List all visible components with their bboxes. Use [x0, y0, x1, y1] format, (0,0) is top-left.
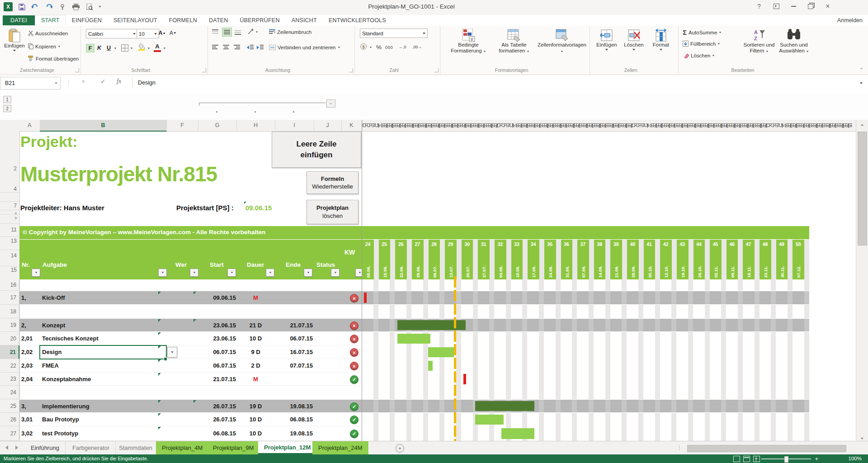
ribbon-tab-formeln[interactable]: FORMELN — [163, 15, 203, 25]
cell-dauer[interactable]: 10 D — [236, 332, 275, 345]
touch-mode-icon[interactable] — [58, 2, 67, 11]
cell-start[interactable]: 06.07.15 — [198, 345, 236, 359]
restore-formulas-button[interactable]: FormelnWiederherstelle — [307, 171, 359, 194]
borders-button[interactable] — [121, 44, 128, 52]
zoom-slider-thumb[interactable] — [784, 456, 788, 463]
row-left-cells[interactable] — [19, 386, 362, 399]
tabs-splitter[interactable]: ⋮ — [677, 444, 682, 451]
gantt-row[interactable] — [362, 332, 809, 345]
row-left-cells[interactable]: 2,01Tecnisches Konzept23.06.1510 D06.07.… — [19, 332, 362, 345]
header-start[interactable]: Start — [210, 261, 224, 268]
header-dauer[interactable]: Dauer — [247, 261, 264, 268]
fill-color-dropdown-icon[interactable] — [148, 47, 150, 49]
sheet-tab-projektplan_24m[interactable]: Projektplan_24M — [312, 441, 369, 454]
cell-start[interactable]: 06.07.15 — [198, 359, 236, 372]
ribbon-tab-überprüfen[interactable]: ÜBERPRÜFEN — [234, 15, 286, 25]
cell-start[interactable]: 23.06.15 — [198, 319, 236, 331]
redo-icon[interactable] — [44, 2, 53, 11]
row-header-16[interactable]: 16 — [0, 279, 19, 291]
align-center-button[interactable] — [223, 45, 229, 50]
qat-customize-icon[interactable] — [99, 6, 101, 8]
find-select-button[interactable]: Suchen undAuswählen — [777, 28, 811, 54]
row-header-19[interactable]: 19 — [0, 318, 19, 332]
sheet-tab-einführung[interactable]: Einführung — [25, 441, 66, 454]
cell-aufgabe[interactable]: test Prototyp — [42, 426, 78, 440]
kw-week-column-33[interactable]: 3310.08. — [511, 240, 528, 279]
gantt-row[interactable] — [362, 359, 809, 373]
ribbon-tab-einfügen[interactable]: EINFÜGEN — [66, 15, 108, 25]
sheet-tab-projektplan_4m[interactable]: Projektplan_4M — [156, 441, 209, 454]
row-header-18[interactable]: 18 — [0, 305, 19, 318]
cell-ende[interactable]: 07.07.15 — [275, 359, 313, 372]
format-cells-button[interactable]: Format — [648, 28, 674, 51]
print-preview-icon[interactable] — [85, 2, 94, 11]
increase-indent-button[interactable] — [256, 45, 264, 50]
kw-week-column-40[interactable]: 4028.09. — [627, 240, 644, 279]
name-box-dropdown-icon[interactable] — [55, 82, 57, 84]
ribbon-tab-datei[interactable]: DATEI — [3, 15, 35, 25]
align-middle-button[interactable] — [222, 28, 232, 37]
cell-dauer[interactable]: M — [236, 373, 275, 385]
row-header-23[interactable]: 23 — [0, 373, 19, 386]
row-header-11[interactable]: 11 — [11, 227, 17, 233]
undo-icon[interactable] — [31, 2, 40, 11]
column-header-F[interactable]: F — [166, 120, 198, 131]
cell-start[interactable]: 21.07.15 — [198, 373, 236, 385]
kw-week-column-45[interactable]: 4502.11. — [710, 240, 726, 279]
outline-level-1-button[interactable]: 1 — [3, 96, 11, 103]
cell-styles-button[interactable]: Zellenformatvorlagen — [537, 28, 587, 54]
row-header-13[interactable]: 13 — [11, 238, 17, 244]
shrink-font-button[interactable]: A▼ — [169, 29, 177, 37]
font-dialog-launcher-icon[interactable] — [202, 68, 206, 72]
ribbon-tab-start[interactable]: START — [35, 15, 66, 25]
row-left-cells[interactable] — [19, 305, 362, 318]
row-header-14[interactable]: 14 — [11, 252, 17, 259]
ribbon-tab-daten[interactable]: DATEN — [203, 15, 234, 25]
row-header-27[interactable]: 27 — [0, 426, 19, 441]
row-left-cells[interactable]: 3,02test Prototyp06.08.1510 D19.08.15✓ — [19, 426, 362, 441]
grow-font-button[interactable]: A▲ — [158, 29, 166, 37]
kw-week-column-26[interactable]: 2622.06. — [395, 240, 412, 279]
increase-decimal-button[interactable]: ←,0 — [399, 45, 406, 49]
cell-dauer[interactable]: 10 D — [236, 413, 275, 426]
column-header-B[interactable]: B — [40, 120, 167, 132]
cell-nr[interactable]: 3,02 — [21, 426, 40, 440]
kw-week-column-29[interactable]: 2913.07. — [445, 240, 462, 279]
cell-ende[interactable] — [275, 291, 313, 304]
number-format-combo[interactable]: Standard — [360, 28, 428, 38]
align-bottom-button[interactable] — [235, 29, 241, 35]
italic-button[interactable]: K — [95, 44, 103, 52]
row-left-cells[interactable]: 3,01Bau Prototyp26.07.1510 D06.08.15✓ — [19, 413, 362, 426]
kw-week-column-43[interactable]: 4319.10. — [677, 240, 693, 279]
horizontal-scrollbar[interactable] — [684, 444, 852, 452]
cell-dauer[interactable]: 10 D — [236, 426, 275, 440]
cell-nr[interactable]: 2, — [21, 319, 40, 331]
cell-dropdown-button[interactable] — [167, 347, 177, 358]
project-start-value[interactable]: 09.06.15 — [245, 204, 272, 212]
normal-view-icon[interactable] — [733, 456, 740, 462]
wrap-text-button[interactable]: Zeilenumbruch — [269, 29, 311, 35]
borders-dropdown-icon[interactable] — [131, 47, 133, 49]
outline-collapse-button[interactable]: − — [326, 99, 335, 108]
clipboard-dialog-launcher-icon[interactable] — [75, 68, 79, 72]
kw-week-column-47[interactable]: 4716.11. — [743, 240, 760, 279]
gantt-row[interactable] — [362, 345, 809, 359]
row-header-22[interactable]: 22 — [0, 359, 19, 373]
filter-dropdown-button[interactable] — [158, 269, 167, 277]
horizontal-scroll-thumb[interactable] — [687, 445, 846, 452]
filter-dropdown-button[interactable] — [304, 269, 312, 277]
ribbon-tab-ansicht[interactable]: ANSICHT — [286, 15, 323, 25]
number-dialog-launcher-icon[interactable] — [434, 68, 439, 72]
formula-bar-value[interactable]: Design — [138, 80, 156, 86]
scroll-up-icon[interactable] — [856, 120, 868, 130]
expand-formula-bar-icon[interactable] — [860, 82, 863, 84]
filter-dropdown-button[interactable] — [266, 269, 274, 277]
vertical-scroll-thumb[interactable] — [858, 132, 867, 246]
gantt-row[interactable] — [362, 305, 809, 318]
insert-empty-row-button[interactable]: Leere Zeileeinfügen — [272, 132, 361, 168]
zoom-level[interactable]: 100% — [849, 456, 862, 461]
header-status[interactable]: Status — [316, 261, 335, 268]
paste-button[interactable]: Einfügen — [4, 28, 25, 52]
sheet-tab-projektplan_12m[interactable]: Projektplan_12M — [258, 441, 317, 454]
accounting-format-button[interactable]: $ — [360, 43, 368, 50]
